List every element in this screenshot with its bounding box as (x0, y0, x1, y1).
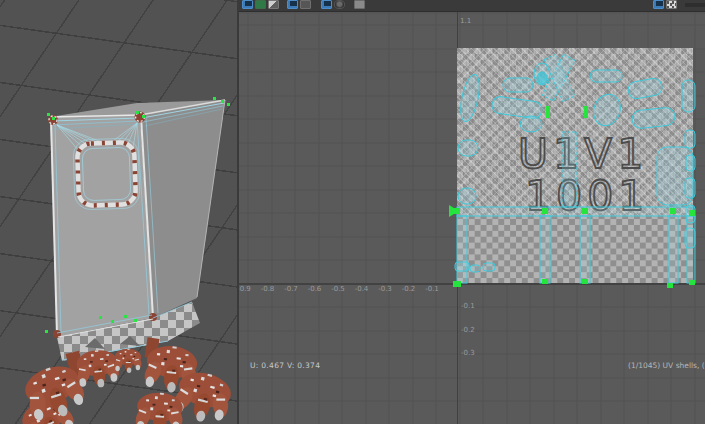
u-tick: -0.9 (237, 285, 253, 293)
u-tick: -0.5 (329, 285, 347, 293)
checker-pattern-icon[interactable] (666, 0, 677, 9)
duplicate-icon[interactable] (300, 0, 311, 9)
u-tick: -0.1 (423, 285, 441, 293)
u-tick: -0.3 (376, 285, 394, 293)
v-tick: -0.2 (461, 326, 475, 334)
uv-pack-icon[interactable] (321, 0, 332, 9)
u-tick: -0.4 (353, 285, 371, 293)
uv-wireframe-noise (457, 48, 693, 216)
texture-swatch-icon[interactable] (255, 0, 266, 9)
u-tick: -0.7 (282, 285, 300, 293)
v-tick: -0.1 (461, 302, 475, 310)
udim-tile-1001[interactable] (457, 48, 693, 283)
u-tick: -0.2 (400, 285, 418, 293)
texture-name-ghost (685, 3, 705, 7)
uv-toolbar (239, 0, 705, 12)
v-tick: -0.3 (461, 349, 475, 357)
uv-shells-info: (1/1045) UV shells, (0 (628, 361, 705, 370)
sphere-icon[interactable] (334, 0, 345, 9)
uv-cursor-readout: U: 0.467 V: 0.374 (250, 361, 320, 370)
panel-divider (237, 0, 239, 424)
u-tick: -0.6 (306, 285, 324, 293)
flip-icon[interactable] (268, 0, 279, 9)
model-wireframe (0, 0, 237, 424)
u-tick: -0.8 (259, 285, 277, 293)
application-window: U1V1 1001 (0, 0, 705, 424)
v-tick-1.1: 1.1 (460, 17, 471, 25)
model-feet (14, 343, 237, 424)
uv-editor-panel[interactable]: U1V1 1001 (237, 0, 705, 424)
material-icon[interactable] (653, 0, 664, 9)
uv-view-icon[interactable] (287, 0, 298, 9)
uv-grid-icon[interactable] (242, 0, 253, 9)
folder-icon[interactable] (354, 0, 365, 9)
3d-viewport[interactable] (0, 0, 237, 424)
